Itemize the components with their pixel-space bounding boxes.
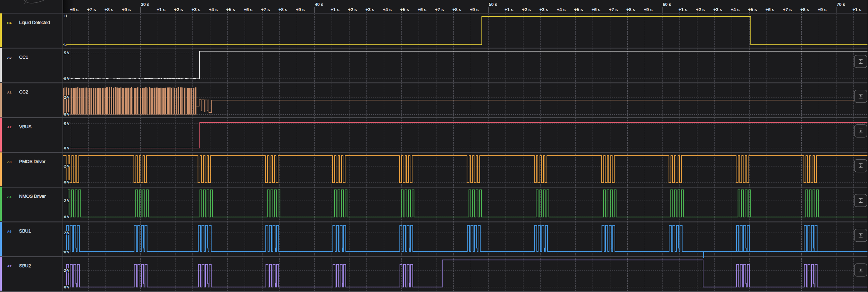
svg-text:SBU1: SBU1 [19, 228, 31, 234]
svg-text:+3 s: +3 s [365, 7, 374, 12]
svg-text:40 s: 40 s [315, 2, 323, 7]
svg-text:+7 s: +7 s [783, 7, 792, 12]
svg-text:+9 s: +9 s [818, 7, 827, 12]
svg-text:+8 s: +8 s [452, 7, 461, 12]
svg-text:+5 s: +5 s [226, 7, 235, 12]
svg-text:+1 s: +1 s [504, 7, 514, 12]
svg-text:Liquid Detected: Liquid Detected [19, 20, 50, 25]
svg-text:+9 s: +9 s [644, 7, 653, 12]
svg-text:D4: D4 [7, 21, 12, 25]
svg-text:0 V: 0 V [64, 215, 69, 219]
svg-text:+8 s: +8 s [105, 7, 114, 12]
svg-text:+7 s: +7 s [87, 7, 96, 12]
svg-text:NMOS Driver: NMOS Driver [19, 194, 46, 199]
svg-text:+5 s: +5 s [400, 7, 409, 12]
svg-text:2 V: 2 V [64, 164, 69, 168]
svg-text:0 V: 0 V [64, 285, 69, 289]
svg-text:5 V: 5 V [64, 51, 69, 55]
svg-text:+1 s: +1 s [852, 7, 861, 12]
svg-text:+2 s: +2 s [522, 7, 531, 12]
svg-text:+9 s: +9 s [296, 7, 305, 12]
svg-text:+3 s: +3 s [539, 7, 548, 12]
svg-text:0 V: 0 V [64, 113, 69, 116]
svg-text:0 V: 0 V [64, 250, 69, 254]
svg-text:L: L [65, 43, 67, 47]
svg-text:0 V: 0 V [64, 146, 69, 150]
svg-text:CC1: CC1 [19, 55, 28, 60]
svg-text:+5 s: +5 s [574, 7, 583, 12]
svg-text:H: H [65, 14, 67, 18]
svg-text:+7 s: +7 s [435, 7, 444, 12]
svg-text:A7: A7 [7, 264, 12, 268]
svg-text:70 s: 70 s [837, 2, 845, 7]
svg-text:A5: A5 [7, 195, 12, 198]
svg-text:+2 s: +2 s [696, 7, 705, 12]
svg-text:0 V: 0 V [64, 180, 69, 184]
svg-text:+3 s: +3 s [713, 7, 722, 12]
svg-text:A3: A3 [7, 160, 12, 164]
svg-text:+3 s: +3 s [191, 7, 200, 12]
svg-text:+7 s: +7 s [261, 7, 270, 12]
svg-text:+4 s: +4 s [383, 7, 392, 12]
svg-text:A0: A0 [7, 56, 12, 59]
svg-text:+8 s: +8 s [800, 7, 809, 12]
svg-text:+6 s: +6 s [766, 7, 775, 12]
svg-text:+6 s: +6 s [592, 7, 601, 12]
svg-text:+7 s: +7 s [609, 7, 618, 12]
svg-text:+5 s: +5 s [748, 7, 757, 12]
svg-text:60 s: 60 s [663, 2, 671, 7]
svg-text:2 V: 2 V [64, 96, 69, 99]
svg-text:A6: A6 [7, 229, 12, 233]
svg-text:+1 s: +1 s [157, 7, 166, 12]
svg-text:+8 s: +8 s [626, 7, 635, 12]
svg-text:+6 s: +6 s [70, 7, 79, 12]
svg-text:CC2: CC2 [19, 89, 28, 95]
svg-text:+2 s: +2 s [348, 7, 357, 12]
svg-text:30 s: 30 s [141, 2, 149, 7]
svg-text:2 V: 2 V [64, 231, 69, 235]
svg-text:+9 s: +9 s [470, 7, 479, 12]
svg-text:A1: A1 [7, 90, 12, 94]
svg-text:2 V: 2 V [64, 269, 69, 273]
svg-text:+9 s: +9 s [122, 7, 131, 12]
svg-text:+1 s: +1 s [331, 7, 340, 12]
svg-text:A2: A2 [7, 125, 12, 129]
svg-text:50 s: 50 s [489, 2, 497, 7]
svg-text:+4 s: +4 s [731, 7, 740, 12]
svg-text:+4 s: +4 s [209, 7, 218, 12]
svg-text:VBUS: VBUS [19, 124, 32, 129]
svg-text:5 V: 5 V [64, 122, 69, 126]
svg-text:SBU2: SBU2 [19, 263, 31, 268]
svg-text:+4 s: +4 s [557, 7, 566, 12]
svg-text:+6 s: +6 s [244, 7, 253, 12]
svg-text:+1 s: +1 s [678, 7, 687, 12]
svg-text:+6 s: +6 s [418, 7, 427, 12]
svg-text:0 V: 0 V [64, 77, 69, 81]
svg-text:+2 s: +2 s [174, 7, 183, 12]
svg-text:+8 s: +8 s [278, 7, 287, 12]
svg-text:PMOS Driver: PMOS Driver [19, 159, 46, 164]
svg-text:2 V: 2 V [64, 199, 69, 203]
